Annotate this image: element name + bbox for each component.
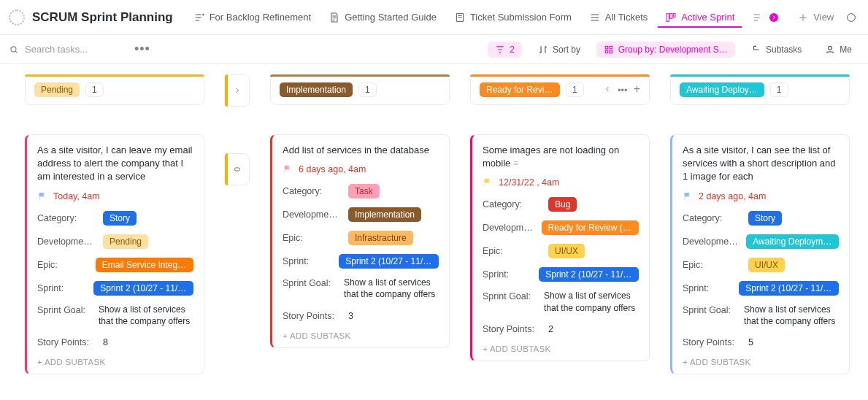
subtasks-button[interactable]: Subtasks xyxy=(744,42,809,58)
dev-stage-tag: Implementation xyxy=(348,207,421,222)
column-collapsed: 0 xyxy=(225,74,250,185)
epic-tag: UI/UX xyxy=(548,244,585,258)
tab-backlog[interactable]: For Backlog Refinement xyxy=(186,7,318,28)
due-text: 6 days ago, 4am xyxy=(299,164,366,174)
flag-icon xyxy=(283,164,293,174)
add-task-button[interactable]: + xyxy=(634,85,640,96)
add-subtask-button[interactable]: + ADD SUBTASK xyxy=(283,331,439,340)
column-count: 1 xyxy=(566,82,584,97)
card-title: As a site visitor, I can see the list of… xyxy=(683,144,839,184)
epic-tag: Email Service Integration xyxy=(96,258,193,272)
svg-point-5 xyxy=(11,46,16,51)
goal-text: Show a list of services that the company… xyxy=(99,304,193,327)
column-more-button[interactable]: ••• xyxy=(618,85,628,96)
add-view-label: View xyxy=(813,12,834,23)
points-value: 2 xyxy=(548,324,553,334)
svg-point-10 xyxy=(829,46,832,50)
task-card[interactable]: As a site visitor, I can see the list of… xyxy=(670,134,850,374)
top-bar: SCRUM Sprint Planning For Backlog Refine… xyxy=(0,0,868,35)
tab-all-tickets[interactable]: All Tickets xyxy=(582,7,656,28)
column-header[interactable]: Awaiting Deploy… 1 xyxy=(670,74,850,105)
tab-label: Ticket Submission Form xyxy=(470,12,572,23)
add-subtask-button[interactable]: + ADD SUBTASK xyxy=(37,358,193,366)
field-label: Sprint Goal: xyxy=(283,277,334,288)
search-input[interactable] xyxy=(23,43,126,55)
add-subtask-button[interactable]: + ADD SUBTASK xyxy=(683,358,839,366)
more-options[interactable]: ••• xyxy=(134,42,150,57)
flag-icon xyxy=(37,191,47,201)
task-card[interactable]: Add list of services in the database 6 d… xyxy=(270,134,450,348)
epic-tag: UI/UX xyxy=(748,258,785,272)
due-row: Today, 4am xyxy=(37,191,193,201)
plus-icon xyxy=(797,12,809,23)
column-implementation: Implementation 1 Add list of services in… xyxy=(270,74,450,348)
list-icon xyxy=(752,12,764,23)
epic-tag: Infrastracture xyxy=(348,231,413,245)
filter-chip[interactable]: 2 xyxy=(488,42,522,58)
column-header[interactable]: Pending 1 xyxy=(25,74,204,105)
tab-guide[interactable]: Getting Started Guide xyxy=(321,7,444,28)
add-view-button[interactable]: View xyxy=(790,7,841,28)
chevron-left-icon xyxy=(603,85,612,93)
card-title-text: Some images are not loading on mobile xyxy=(483,145,619,169)
sort-label: Sort by xyxy=(553,45,580,55)
svg-point-4 xyxy=(848,13,856,21)
column-header[interactable]: Ready for Revie… 1 ••• + xyxy=(470,74,650,105)
points-value: 3 xyxy=(348,311,353,321)
field-label: Developme… xyxy=(283,209,341,220)
goal-text: Show a list of services that the company… xyxy=(344,277,439,300)
category-tag: Story xyxy=(103,211,137,226)
me-button[interactable]: Me xyxy=(818,42,859,58)
sprint-tag: Sprint 2 (10/27 - 11/17/2… xyxy=(93,281,193,296)
card-title: Add list of services in the database xyxy=(283,144,439,157)
dev-stage-tag: Awaiting Deployment xyxy=(746,234,839,249)
due-row: 6 days ago, 4am xyxy=(283,164,439,174)
sort-icon xyxy=(538,45,548,55)
sort-button[interactable]: Sort by xyxy=(531,42,588,58)
tab-ticket-form[interactable]: Ticket Submission Form xyxy=(447,7,579,28)
search-icon xyxy=(9,45,19,55)
person-icon xyxy=(825,45,835,55)
kanban-board: Pending 1 As a site visitor, I can leave… xyxy=(0,64,868,389)
column-header[interactable]: Implementation 1 xyxy=(270,74,450,105)
group-by-chip[interactable]: Group by: Development St… xyxy=(596,42,735,58)
svg-rect-2 xyxy=(674,13,676,17)
tab-active-sprint[interactable]: Active Sprint xyxy=(658,7,742,28)
doc-icon xyxy=(329,12,340,23)
description-icon: ≡ xyxy=(513,158,519,169)
svg-rect-0 xyxy=(667,13,669,21)
flag-icon xyxy=(683,191,693,201)
subtasks-icon xyxy=(751,45,761,55)
add-subtask-button[interactable]: + ADD SUBTASK xyxy=(483,345,639,353)
column-awaiting-deploy: Awaiting Deploy… 1 As a site visitor, I … xyxy=(670,74,850,374)
overflow-icon xyxy=(845,12,857,23)
svg-rect-1 xyxy=(670,13,672,18)
due-text: Today, 4am xyxy=(53,191,100,201)
status-pill: Awaiting Deploy… xyxy=(680,82,764,97)
search-box[interactable] xyxy=(9,43,126,55)
field-label: Epic: xyxy=(37,260,88,270)
group-label: Group by: Development St… xyxy=(618,45,728,55)
field-label: Developme…: xyxy=(483,223,534,233)
field-label: Sprint: xyxy=(283,256,331,266)
list-icon xyxy=(193,12,205,23)
collapse-column-button[interactable] xyxy=(603,85,612,96)
tab-next[interactable] xyxy=(745,7,787,28)
field-label: Sprint: xyxy=(483,269,531,280)
field-label: Sprint Goal: xyxy=(37,304,88,315)
tab-overflow[interactable] xyxy=(844,7,859,28)
svg-point-3 xyxy=(769,13,778,22)
task-card[interactable]: As a site visitor, I can leave my email … xyxy=(25,134,204,374)
task-card[interactable]: Some images are not loading on mobile ≡ … xyxy=(470,134,650,361)
field-label: Category: xyxy=(683,213,741,223)
collapsed-count[interactable]: 0 xyxy=(225,153,250,185)
dev-stage-tag: Pending xyxy=(103,234,148,249)
expand-column-button[interactable] xyxy=(225,74,250,107)
points-value: 5 xyxy=(748,337,753,347)
card-title: As a site visitor, I can leave my email … xyxy=(37,144,193,184)
category-tag: Story xyxy=(748,211,782,226)
tab-label: Active Sprint xyxy=(681,12,734,23)
points-value: 8 xyxy=(103,337,108,347)
goal-text: Show a list of services that the company… xyxy=(544,290,639,313)
field-label: Developme… xyxy=(683,236,739,247)
